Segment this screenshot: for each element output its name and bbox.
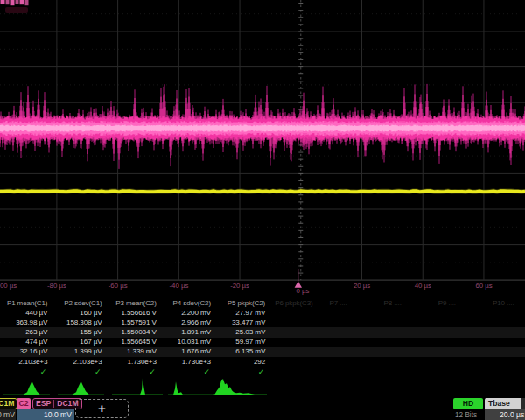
- measurement-value: 33.477 mV: [232, 318, 265, 326]
- measurement-column[interactable]: P7 ....: [322, 298, 376, 378]
- measurement-header: P5 pkpk(C2): [228, 299, 265, 307]
- measurement-value: 263 µV: [25, 328, 47, 336]
- measurement-column[interactable]: P3 mean(C2)1.556616 V1.557591 V1.550084 …: [105, 298, 159, 378]
- measurement-value: 167 µV: [80, 338, 102, 346]
- measurement-header: P2 sdev(C1): [64, 299, 102, 307]
- status-check-icon: ✓: [40, 368, 47, 376]
- time-axis-label: -40 µs: [169, 282, 188, 290]
- measurement-value: 1.730e+3: [128, 358, 157, 366]
- measurement-column[interactable]: P8 ....: [377, 298, 431, 378]
- measurement-value: 160 µV: [80, 309, 102, 317]
- c1-descriptor-coupling-badge[interactable]: DC1M: [0, 398, 18, 410]
- hd-mode-badge[interactable]: HD: [453, 398, 483, 410]
- measurement-value: 25.03 mV: [235, 328, 265, 336]
- c2-tag-esp: ESP: [36, 399, 51, 409]
- measurement-column[interactable]: P9 ....: [431, 298, 486, 378]
- time-axis-label: 00 µs: [0, 282, 17, 290]
- time-axis-label: -20 µs: [230, 282, 249, 290]
- measurement-value: 292: [254, 358, 265, 366]
- timebase-scale[interactable]: 20.0 µs: [485, 410, 525, 420]
- status-check-icon: ✓: [258, 368, 265, 376]
- measurement-value: 59.97 mV: [235, 338, 265, 346]
- measurement-value: 158.308 µV: [66, 318, 102, 326]
- measurement-value: 1.556645 V: [121, 338, 156, 346]
- cropped-trace-label-blob: [1, 0, 29, 13]
- timebase-descriptor[interactable]: Tbase: [485, 398, 525, 410]
- measurement-value: 2.966 mV: [181, 318, 211, 326]
- c2-flat-waveform: [0, 191, 525, 192]
- status-check-icon: ✓: [203, 368, 210, 376]
- measurement-header: P9 ....: [438, 299, 456, 307]
- measurement-column[interactable]: P5 pkpk(C2)27.97 mV33.477 mV25.03 mV59.9…: [214, 298, 268, 378]
- time-axis-label: -80 µs: [47, 282, 66, 290]
- measurement-header: P3 mean(C2): [116, 299, 156, 307]
- measurement-value: 1.550084 V: [121, 328, 156, 336]
- measurement-header: P7 ....: [329, 299, 346, 307]
- c2-vertical-scale[interactable]: 10.0 mV: [17, 410, 74, 420]
- measurement-header: P6 pkpk(C3): [275, 299, 312, 307]
- measurement-value: 1.556616 V: [121, 309, 156, 317]
- measurement-value: 363.98 µV: [16, 318, 47, 326]
- measurement-value: 1.339 mV: [127, 347, 157, 355]
- c1-vertical-scale[interactable]: 0 mV: [0, 410, 16, 420]
- measurement-value: 1.399 µV: [74, 347, 102, 355]
- timebase-delay-sliver: [522, 398, 525, 410]
- measurement-value: 2.200 mV: [181, 309, 211, 317]
- measurement-value: 155 µV: [80, 328, 102, 336]
- measurement-column[interactable]: P6 pkpk(C3): [268, 298, 322, 378]
- measurement-value: 474 µV: [25, 338, 47, 346]
- measurement-value: 1.730e+3: [182, 358, 211, 366]
- measurement-value: 32.16 µV: [20, 347, 48, 355]
- time-axis-label: -60 µs: [108, 282, 128, 290]
- status-check-icon: ✓: [94, 368, 102, 376]
- measurement-header: P4 sdev(C2): [173, 299, 211, 307]
- status-check-icon: ✓: [149, 368, 156, 376]
- measurement-value: 10.031 mV: [178, 338, 211, 346]
- plus-icon: +: [98, 401, 106, 416]
- measurement-value: 1.557591 V: [121, 318, 156, 326]
- measurement-value: 27.97 mV: [235, 309, 265, 317]
- measurement-value: 2.103e+3: [73, 358, 102, 366]
- measurement-column[interactable]: P2 sdev(C1)160 µV158.308 µV155 µV167 µV1…: [50, 298, 104, 378]
- measurement-value: 440 µV: [25, 309, 47, 317]
- measurement-table[interactable]: P1 mean(C1)440 µV363.98 µV263 µV474 µV32…: [0, 298, 525, 378]
- measurement-header: P10 ....: [493, 299, 514, 307]
- oscilloscope-screen: 00 µs-80 µs-60 µs-40 µs-20 µs0 µs20 µs40…: [0, 0, 525, 420]
- add-trace-button[interactable]: +: [75, 399, 129, 418]
- badge-divider: [53, 400, 54, 408]
- time-axis-label: 0 µs: [297, 287, 310, 295]
- measurement-value: 1.676 mV: [181, 347, 211, 355]
- measurement-column[interactable]: P10 ....: [486, 298, 525, 378]
- measurement-header: P8 ....: [384, 299, 402, 307]
- hd-bits-label: 12 Bits: [455, 411, 477, 419]
- time-axis-label: 60 µs: [475, 282, 492, 290]
- measurement-histicons: [3, 378, 267, 395]
- measurement-column[interactable]: P1 mean(C1)440 µV363.98 µV263 µV474 µV32…: [0, 298, 50, 378]
- time-axis-label: 20 µs: [354, 282, 370, 290]
- trigger-time-marker: [295, 270, 302, 288]
- measurement-value: 2.103e+3: [18, 358, 47, 366]
- measurement-header: P1 mean(C1): [7, 299, 47, 307]
- measurement-value: 6.135 mV: [235, 347, 265, 355]
- time-axis-label: 40 µs: [415, 282, 431, 290]
- c2-descriptor-badge[interactable]: C2: [17, 398, 31, 410]
- measurement-value: 1.891 mV: [181, 328, 211, 336]
- measurement-column[interactable]: P4 sdev(C2)2.200 mV2.966 mV1.891 mV10.03…: [159, 298, 214, 378]
